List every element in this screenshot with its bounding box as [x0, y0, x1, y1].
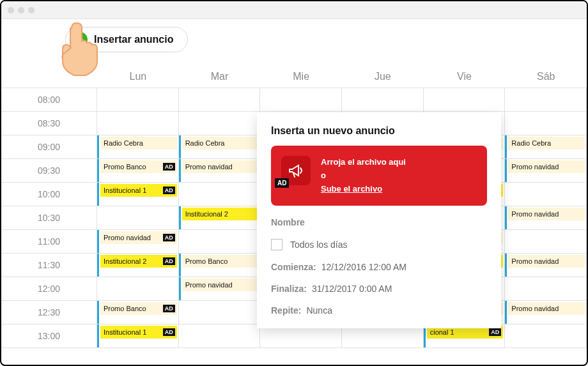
day-header: Lun — [97, 71, 179, 82]
schedule-cell[interactable] — [424, 88, 506, 111]
insert-ad-button[interactable]: + Insertar anuncio — [65, 27, 188, 52]
start-label: Comienza: — [271, 262, 316, 272]
event-chip[interactable]: Radio Cebra — [508, 137, 585, 149]
traffic-light-dot — [8, 7, 14, 13]
schedule-cell[interactable] — [505, 324, 587, 347]
event-chip[interactable]: Radio Cebra — [182, 137, 259, 149]
schedule-cell[interactable]: Institucional 2AD — [97, 254, 179, 277]
end-row: Finaliza: 31/12/2017 0:00 AM — [271, 284, 487, 294]
end-value[interactable]: 31/12/2017 0:00 AM — [312, 284, 392, 294]
start-row: Comienza: 12/12/2016 12:00 AM — [271, 262, 487, 272]
event-chip[interactable]: Promo navidad — [508, 302, 585, 315]
time-row: 08:00 — [1, 88, 587, 112]
schedule-cell[interactable]: Promo BancoAD — [97, 159, 179, 182]
schedule-cell[interactable] — [505, 183, 587, 206]
ad-badge: AD — [163, 163, 175, 171]
event-chip[interactable]: Promo navidad — [508, 255, 585, 268]
schedule-cell[interactable] — [97, 206, 179, 229]
schedule-cell[interactable] — [342, 88, 424, 111]
drop-or: o — [321, 169, 406, 183]
event-chip[interactable]: Radio Cebra — [100, 137, 177, 149]
event-chip[interactable]: Promo BancoAD — [100, 160, 177, 173]
event-title: Promo navidad — [511, 163, 559, 171]
event-title: Promo Banco — [104, 305, 146, 312]
ad-flag: AD — [275, 178, 289, 188]
ad-badge: AD — [163, 328, 175, 337]
event-title: Institucional 1 — [104, 187, 146, 194]
schedule-cell[interactable]: Promo navidad — [505, 159, 587, 182]
name-label: Nombre — [271, 217, 487, 227]
drop-icon-wrap: AD — [281, 156, 311, 185]
schedule-cell[interactable] — [97, 88, 179, 111]
plus-icon: + — [72, 32, 88, 47]
event-title: Institucional 2 — [185, 210, 228, 218]
event-chip[interactable]: Promo Banco — [182, 255, 259, 268]
day-header: Mie — [260, 71, 342, 82]
event-chip[interactable]: Institucional 1AD — [100, 184, 177, 197]
schedule-cell[interactable]: Institucional 1AD — [97, 183, 179, 206]
schedule-cell[interactable]: Promo navidadAD — [97, 230, 179, 253]
schedule-cell[interactable]: Institucional 1AD — [97, 324, 179, 347]
schedule-cell[interactable] — [260, 88, 342, 111]
time-label: 09:00 — [1, 135, 97, 158]
schedule-cell[interactable] — [505, 277, 587, 300]
end-label: Finaliza: — [271, 284, 307, 294]
day-header-row: Lun Mar Mie Jue Vie Sáb — [1, 65, 587, 88]
event-chip[interactable]: Promo navidad — [508, 208, 585, 220]
time-label: 10:00 — [1, 183, 97, 206]
schedule-cell[interactable] — [179, 301, 261, 324]
repeat-label: Repite: — [271, 305, 301, 316]
all-days-row: Todos los días — [271, 239, 487, 250]
event-chip[interactable]: Promo navidad — [508, 160, 585, 173]
schedule-cell[interactable] — [505, 112, 587, 135]
insert-ad-label: Insertar anuncio — [94, 34, 173, 45]
start-value[interactable]: 12/12/2016 12:00 AM — [321, 262, 406, 272]
repeat-value[interactable]: Nunca — [306, 305, 332, 316]
traffic-light-dot — [18, 7, 24, 13]
schedule-cell[interactable] — [179, 112, 261, 135]
file-drop-zone[interactable]: AD Arroja el archivo aqui o Sube el arch… — [271, 146, 487, 206]
schedule-cell[interactable] — [179, 88, 261, 111]
ad-badge: AD — [163, 187, 175, 195]
ad-badge: AD — [489, 328, 501, 337]
upload-link[interactable]: Sube el archivo — [321, 184, 382, 194]
event-chip[interactable]: Institucional 2 — [182, 208, 259, 220]
schedule-cell[interactable] — [179, 230, 261, 253]
schedule-cell[interactable]: Promo navidad — [179, 159, 261, 182]
schedule-cell[interactable]: Radio Cebra — [179, 135, 261, 158]
event-chip[interactable]: Institucional 2AD — [100, 255, 177, 268]
time-label: 13:00 — [1, 324, 97, 347]
dialog-title: Inserta un nuevo anuncio — [271, 125, 487, 137]
event-chip[interactable]: Promo navidad — [182, 278, 259, 291]
app-window: + Insertar anuncio Lun Mar Mie Jue Vie S… — [0, 0, 588, 366]
schedule-cell[interactable] — [179, 324, 261, 347]
schedule-cell[interactable] — [505, 88, 587, 111]
schedule-cell[interactable]: Promo navidad — [179, 277, 261, 300]
ad-badge: AD — [163, 305, 175, 313]
time-label: 12:30 — [1, 301, 97, 324]
schedule-cell[interactable]: Institucional 2 — [179, 206, 261, 229]
event-chip[interactable]: Promo navidadAD — [100, 231, 177, 244]
all-days-checkbox[interactable] — [271, 239, 282, 250]
day-header: Sáb — [505, 71, 587, 82]
window-chrome — [1, 1, 587, 19]
schedule-cell[interactable]: Promo navidad — [505, 254, 587, 277]
schedule-cell[interactable]: Promo BancoAD — [97, 301, 179, 324]
traffic-light-dot — [28, 7, 35, 13]
schedule-cell[interactable]: Promo navidad — [505, 206, 587, 229]
event-chip[interactable]: Promo navidad — [182, 160, 259, 173]
schedule-cell[interactable]: Radio Cebra — [505, 135, 587, 158]
schedule-cell[interactable] — [97, 277, 179, 300]
schedule-cell[interactable]: Promo Banco — [179, 254, 261, 277]
event-chip[interactable]: Promo BancoAD — [100, 302, 177, 315]
schedule-cell[interactable] — [505, 230, 587, 253]
event-title: Radio Cebra — [185, 139, 225, 147]
schedule-cell[interactable] — [179, 183, 261, 206]
time-label: 11:00 — [1, 230, 97, 253]
schedule-cell[interactable]: Radio Cebra — [97, 135, 179, 158]
all-days-label: Todos los días — [290, 240, 348, 250]
event-chip[interactable]: Institucional 1AD — [100, 326, 177, 339]
event-title: cional 1 — [430, 328, 454, 336]
schedule-cell[interactable] — [97, 112, 179, 135]
schedule-cell[interactable]: Promo navidad — [505, 301, 587, 324]
